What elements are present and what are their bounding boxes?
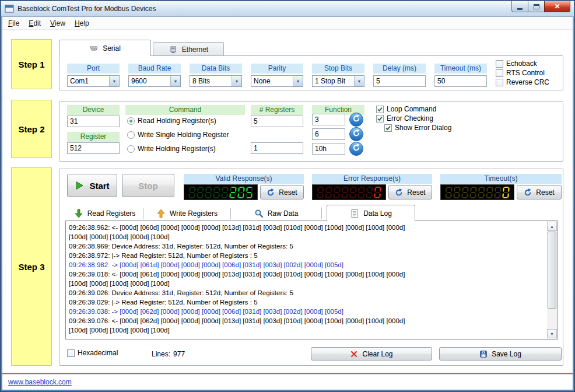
checkbox-box[interactable] <box>384 124 392 132</box>
start-button[interactable]: Start <box>67 174 117 197</box>
menu-edit[interactable]: Edit <box>24 18 45 29</box>
reverse-crc-checkbox[interactable]: Reverse CRC <box>496 78 549 86</box>
clear-log-button[interactable]: Clear Log <box>311 347 432 360</box>
close-button[interactable]: ✕ <box>544 1 570 12</box>
show-error-dialog-checkbox[interactable]: Show Error Dialog <box>384 124 451 132</box>
device-input[interactable] <box>67 116 120 127</box>
clear-log-icon <box>350 350 358 358</box>
log-line: 09:26:38.972: |-> Read Register: 512d, N… <box>69 251 545 260</box>
register-input[interactable] <box>67 142 120 154</box>
stop-bits-select[interactable]: 1 Stop Bit▼ <box>312 75 364 87</box>
chevron-down-icon[interactable]: ▼ <box>170 76 180 86</box>
chevron-down-icon[interactable]: ▼ <box>232 76 241 86</box>
read-holding-registers-label: Read Holding Register(s) <box>138 117 216 125</box>
radio-dot[interactable] <box>127 131 135 139</box>
app-window: Baseblock ComTest Pro for Modbus Devices… <box>0 0 575 392</box>
function-code-input-1[interactable] <box>312 128 345 140</box>
stop-button[interactable]: Stop <box>122 174 174 197</box>
radio-dot[interactable] <box>127 117 135 125</box>
write-single-holding-register-label: Write Single Holding Register <box>138 131 229 139</box>
tab-data-log[interactable]: Data Log <box>327 205 415 221</box>
chevron-down-icon[interactable]: ▼ <box>354 76 364 86</box>
read-holding-registers-radio[interactable]: Read Holding Register(s) <box>127 117 216 125</box>
baud-rate-select[interactable]: 9600▼ <box>128 75 181 87</box>
parity-select[interactable]: None▼ <box>251 75 303 87</box>
send-function-button-0[interactable] <box>349 113 363 127</box>
save-log-button[interactable]: Save Log <box>439 347 562 360</box>
reset-timeout-button[interactable]: Reset <box>517 185 562 200</box>
baud-rate-header: Baud Rate <box>128 64 181 74</box>
menu-help[interactable]: Help <box>70 18 94 29</box>
send-arrow-icon <box>352 144 360 154</box>
maximize-button[interactable] <box>528 1 544 12</box>
serial-icon <box>89 44 99 53</box>
error-checking-label: Error Checking <box>387 114 433 123</box>
step3-panel: Step 3 <box>11 167 52 366</box>
reset-label: Reset <box>536 188 554 197</box>
seven-segment-digit <box>453 186 461 199</box>
log-line: 09:26:39.026: Device Address: 31d, Regis… <box>69 288 545 298</box>
echoback-checkbox[interactable]: Echoback <box>496 60 537 68</box>
checkbox-box[interactable] <box>496 60 503 68</box>
radio-dot[interactable] <box>127 145 135 153</box>
rts-control-checkbox[interactable]: RTS Control <box>496 69 545 77</box>
log-line: [100d] [000d] [100d] [000d] [100d] <box>69 279 545 288</box>
error-led-display <box>312 184 386 200</box>
valid-responses-header: Valid Response(s) <box>184 174 304 184</box>
step1-panel: Step 1 <box>11 39 52 89</box>
write-count-input[interactable] <box>251 142 303 154</box>
num-registers-input[interactable] <box>251 116 303 127</box>
hexadecimal-label: Hexadecimal <box>78 349 118 357</box>
write-holding-registers-radio[interactable]: Write Holding Register(s) <box>127 145 216 153</box>
seven-segment-digit <box>332 186 341 199</box>
send-function-button-1[interactable] <box>349 127 363 141</box>
menu-view[interactable]: View <box>45 18 70 29</box>
website-link[interactable]: www.baseblock.com <box>8 378 72 386</box>
tab-read-registers-label: Read Registers <box>87 209 136 218</box>
loop-command-checkbox[interactable]: Loop Command <box>376 105 436 113</box>
minimize-button[interactable] <box>511 1 528 12</box>
loop-command-label: Loop Command <box>387 105 436 113</box>
chevron-down-icon[interactable]: ▼ <box>293 76 303 86</box>
menu-file[interactable]: File <box>3 18 24 29</box>
scroll-up-icon[interactable]: ▲ <box>547 222 557 231</box>
delay-ms-input[interactable] <box>373 75 426 87</box>
scroll-down-icon[interactable]: ▼ <box>547 329 557 338</box>
data-bits-select[interactable]: 8 Bits▼ <box>190 75 242 87</box>
seven-segment-digit <box>204 186 213 199</box>
checkbox-box[interactable] <box>376 106 384 113</box>
timeout-ms-input[interactable] <box>434 75 487 87</box>
function-code-input-2[interactable] <box>312 143 345 155</box>
tab-read-registers[interactable]: Read Registers <box>66 208 143 219</box>
maximize-icon <box>534 4 539 9</box>
seven-segment-digit <box>220 186 229 199</box>
tab-serial[interactable]: Serial <box>59 40 151 56</box>
start-button-label: Start <box>89 181 109 191</box>
error-checking-checkbox[interactable]: Error Checking <box>376 114 433 123</box>
tab-ethernet[interactable]: Ethernet <box>153 42 224 56</box>
checkbox-box[interactable] <box>67 349 75 357</box>
minimize-icon <box>517 8 523 10</box>
data-log-area[interactable]: 09:26:38.962: <- [000d] [060d] [000d] [0… <box>65 220 558 340</box>
chevron-down-icon[interactable]: ▼ <box>109 76 119 86</box>
write-single-holding-register-radio[interactable]: Write Single Holding Register <box>127 131 229 139</box>
tab-write-registers[interactable]: Write Registers <box>143 208 231 219</box>
reset-error-button[interactable]: Reset <box>388 185 432 200</box>
tab-raw-data-label: Raw Data <box>268 209 299 218</box>
log-line: 09:26:38.962: <- [000d] [060d] [000d] [0… <box>69 223 545 232</box>
log-line: 09:26:39.029: |-> Read Register: 512d, N… <box>69 298 545 307</box>
seven-segment-digit <box>237 186 246 199</box>
tab-raw-data[interactable]: Raw Data <box>231 208 322 219</box>
window-controls: ✕ <box>511 1 570 12</box>
checkbox-box[interactable] <box>496 79 503 86</box>
send-function-button-2[interactable] <box>349 142 363 156</box>
function-code-input-0[interactable] <box>312 114 345 125</box>
hexadecimal-checkbox[interactable]: Hexadecimal <box>67 349 118 357</box>
checkbox-box[interactable] <box>496 69 503 77</box>
vertical-scrollbar[interactable]: ▲ ▼ <box>547 222 557 338</box>
step1-group: PortCom1▼Baud Rate9600▼Data Bits8 Bits▼P… <box>59 55 563 90</box>
port-select[interactable]: Com1▼ <box>67 75 120 87</box>
checkbox-box[interactable] <box>376 115 384 123</box>
scroll-thumb[interactable] <box>548 232 556 309</box>
reset-valid-button[interactable]: Reset <box>260 185 304 200</box>
